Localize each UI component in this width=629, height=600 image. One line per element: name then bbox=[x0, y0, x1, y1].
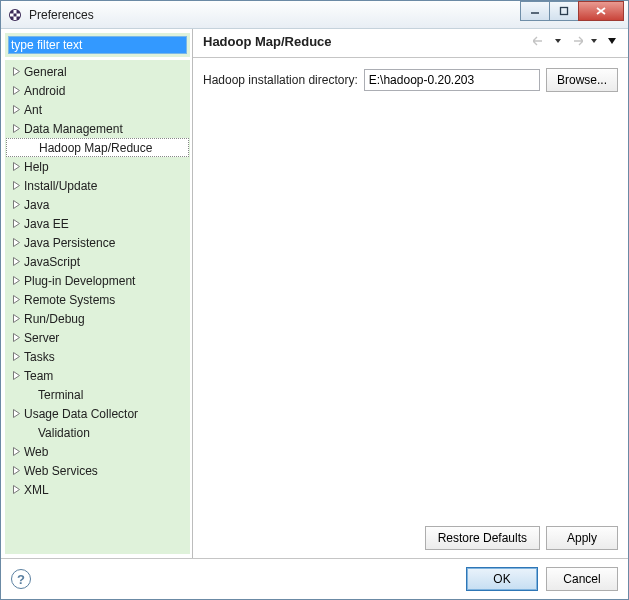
tree-item[interactable]: Hadoop Map/Reduce bbox=[6, 138, 189, 157]
content-spacer bbox=[203, 92, 618, 520]
tree-item-label: Server bbox=[24, 331, 59, 345]
expand-icon[interactable] bbox=[10, 294, 22, 306]
cancel-button[interactable]: Cancel bbox=[546, 567, 618, 591]
expand-icon bbox=[24, 389, 36, 401]
tree-item-label: Help bbox=[24, 160, 49, 174]
forward-dropdown-icon[interactable] bbox=[586, 33, 602, 49]
expand-icon[interactable] bbox=[10, 351, 22, 363]
tree-item-label: Web Services bbox=[24, 464, 98, 478]
preferences-tree[interactable]: GeneralAndroidAntData ManagementHadoop M… bbox=[5, 60, 190, 554]
minimize-button[interactable] bbox=[520, 1, 550, 21]
tree-item[interactable]: Server bbox=[6, 328, 189, 347]
tree-item-label: Ant bbox=[24, 103, 42, 117]
expand-icon[interactable] bbox=[10, 104, 22, 116]
tree-item-label: Java EE bbox=[24, 217, 69, 231]
tree-item-label: Run/Debug bbox=[24, 312, 85, 326]
tree-item[interactable]: Java EE bbox=[6, 214, 189, 233]
install-dir-input[interactable] bbox=[364, 69, 540, 91]
expand-icon bbox=[25, 142, 37, 154]
close-button[interactable] bbox=[578, 1, 624, 21]
tree-item[interactable]: Run/Debug bbox=[6, 309, 189, 328]
view-menu-icon[interactable] bbox=[604, 33, 620, 49]
tree-item[interactable]: Ant bbox=[6, 100, 189, 119]
maximize-button[interactable] bbox=[549, 1, 579, 21]
expand-icon[interactable] bbox=[10, 332, 22, 344]
tree-item[interactable]: Usage Data Collector bbox=[6, 404, 189, 423]
app-icon bbox=[7, 7, 23, 23]
tree-item[interactable]: Plug-in Development bbox=[6, 271, 189, 290]
tree-item-label: Install/Update bbox=[24, 179, 97, 193]
svg-rect-3 bbox=[14, 13, 17, 16]
tree-item[interactable]: Tasks bbox=[6, 347, 189, 366]
expand-icon[interactable] bbox=[10, 180, 22, 192]
back-dropdown-icon[interactable] bbox=[550, 33, 566, 49]
expand-icon[interactable] bbox=[10, 218, 22, 230]
expand-icon[interactable] bbox=[10, 484, 22, 496]
expand-icon[interactable] bbox=[10, 408, 22, 420]
tree-item[interactable]: Web bbox=[6, 442, 189, 461]
window-title: Preferences bbox=[29, 8, 521, 22]
tree-item-label: Web bbox=[24, 445, 48, 459]
tree-item[interactable]: Remote Systems bbox=[6, 290, 189, 309]
expand-icon[interactable] bbox=[10, 123, 22, 135]
ok-button[interactable]: OK bbox=[466, 567, 538, 591]
tree-item[interactable]: Web Services bbox=[6, 461, 189, 480]
tree-item-label: Tasks bbox=[24, 350, 55, 364]
tree-item-label: Team bbox=[24, 369, 53, 383]
tree-item-label: Remote Systems bbox=[24, 293, 115, 307]
tree-item[interactable]: Terminal bbox=[6, 385, 189, 404]
tree-item[interactable]: Android bbox=[6, 81, 189, 100]
tree-item[interactable]: JavaScript bbox=[6, 252, 189, 271]
title-bar: Preferences bbox=[1, 1, 628, 29]
tree-item-label: Java Persistence bbox=[24, 236, 115, 250]
left-pane: GeneralAndroidAntData ManagementHadoop M… bbox=[1, 29, 193, 558]
restore-apply-row: Restore Defaults Apply bbox=[203, 520, 618, 554]
expand-icon[interactable] bbox=[10, 275, 22, 287]
footer: ? OK Cancel bbox=[1, 558, 628, 599]
tree-item-label: Hadoop Map/Reduce bbox=[39, 141, 152, 155]
tree-item[interactable]: Team bbox=[6, 366, 189, 385]
tree-item-label: Terminal bbox=[38, 388, 83, 402]
expand-icon[interactable] bbox=[10, 465, 22, 477]
expand-icon[interactable] bbox=[10, 313, 22, 325]
tree-item-label: Usage Data Collector bbox=[24, 407, 138, 421]
expand-icon[interactable] bbox=[10, 370, 22, 382]
tree-item[interactable]: General bbox=[6, 62, 189, 81]
tree-item-label: Data Management bbox=[24, 122, 123, 136]
tree-item[interactable]: Java Persistence bbox=[6, 233, 189, 252]
help-icon[interactable]: ? bbox=[11, 569, 31, 589]
expand-icon[interactable] bbox=[10, 66, 22, 78]
tree-item-label: Validation bbox=[38, 426, 90, 440]
expand-icon[interactable] bbox=[10, 161, 22, 173]
filter-wrap bbox=[5, 33, 190, 57]
tree-item[interactable]: Validation bbox=[6, 423, 189, 442]
forward-icon[interactable] bbox=[568, 33, 584, 49]
tree-item[interactable]: Data Management bbox=[6, 119, 189, 138]
install-dir-row: Hadoop installation directory: Browse... bbox=[203, 68, 618, 92]
tree-item-label: Plug-in Development bbox=[24, 274, 135, 288]
right-pane: Hadoop Map/Reduce bbox=[193, 29, 628, 558]
expand-icon[interactable] bbox=[10, 256, 22, 268]
restore-defaults-button[interactable]: Restore Defaults bbox=[425, 526, 540, 550]
page-header: Hadoop Map/Reduce bbox=[193, 29, 628, 58]
svg-rect-5 bbox=[561, 7, 568, 14]
nav-icons bbox=[532, 33, 620, 49]
back-icon[interactable] bbox=[532, 33, 548, 49]
tree-item[interactable]: Install/Update bbox=[6, 176, 189, 195]
expand-icon[interactable] bbox=[10, 446, 22, 458]
preferences-window: Preferences GeneralAndroidAntData Manage… bbox=[0, 0, 629, 600]
filter-input[interactable] bbox=[8, 36, 187, 54]
tree-item[interactable]: Help bbox=[6, 157, 189, 176]
install-dir-label: Hadoop installation directory: bbox=[203, 73, 358, 87]
apply-button[interactable]: Apply bbox=[546, 526, 618, 550]
window-controls bbox=[521, 5, 624, 25]
expand-icon[interactable] bbox=[10, 85, 22, 97]
tree-item-label: JavaScript bbox=[24, 255, 80, 269]
tree-item[interactable]: XML bbox=[6, 480, 189, 499]
page-content: Hadoop installation directory: Browse...… bbox=[193, 58, 628, 558]
tree-item-label: General bbox=[24, 65, 67, 79]
expand-icon[interactable] bbox=[10, 237, 22, 249]
expand-icon[interactable] bbox=[10, 199, 22, 211]
tree-item[interactable]: Java bbox=[6, 195, 189, 214]
browse-button[interactable]: Browse... bbox=[546, 68, 618, 92]
